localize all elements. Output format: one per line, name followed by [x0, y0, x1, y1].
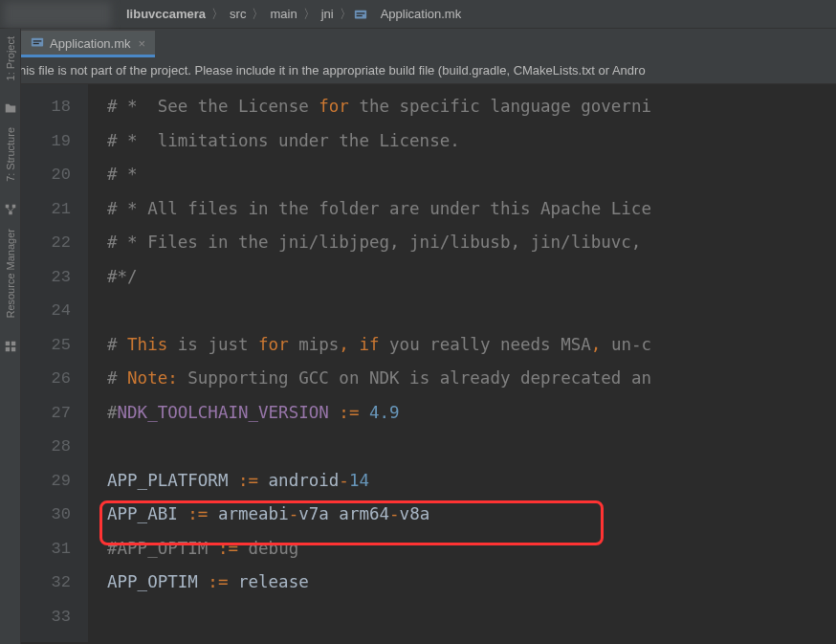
line-number: 24 [21, 294, 71, 328]
svg-rect-10 [5, 347, 9, 351]
left-tool-rail: 1: Project 7: Structure Resource Manager [0, 29, 21, 644]
svg-rect-8 [5, 342, 9, 345]
line-number: 33 [21, 600, 71, 634]
svg-line-7 [11, 209, 14, 212]
svg-rect-13 [33, 40, 42, 41]
line-number: 18 [21, 90, 71, 124]
line-number: 27 [21, 396, 71, 431]
code-editor[interactable]: # * See the License for the specific lan… [88, 84, 836, 642]
makefile-icon [31, 35, 50, 52]
blurred-project-name [4, 2, 111, 27]
makefile-icon [354, 8, 373, 21]
code-line[interactable] [107, 600, 836, 634]
notification-bar: This file is not part of the project. Pl… [0, 57, 836, 84]
line-number: 29 [21, 464, 71, 499]
code-line[interactable]: # This is just for mips, if you really n… [107, 328, 836, 363]
code-line[interactable]: APP_ABI := armeabi-v7a arm64-v8a [107, 498, 836, 532]
chevron-right-icon: 〉 [303, 6, 316, 23]
line-number: 28 [21, 430, 71, 464]
code-line[interactable]: APP_OPTIM := release [107, 566, 836, 600]
code-line[interactable] [107, 294, 836, 328]
line-number: 22 [21, 226, 71, 260]
code-line[interactable]: # * See the License for the specific lan… [107, 90, 836, 124]
line-number: 19 [21, 124, 71, 159]
tab-label: Application.mk [50, 36, 131, 51]
code-line[interactable] [107, 430, 836, 464]
svg-rect-0 [355, 10, 366, 18]
breadcrumb[interactable]: libuvccamera 〉 src 〉 main 〉 jni 〉 Applic… [122, 6, 465, 23]
structure-icon [4, 203, 17, 221]
tab-application-mk[interactable]: Application.mk × [21, 31, 155, 57]
svg-rect-4 [11, 205, 15, 209]
svg-line-6 [7, 209, 11, 212]
editor-container: 18192021222324252627282930313233 # * See… [21, 84, 836, 642]
code-line[interactable]: #NDK_TOOLCHAIN_VERSION := 4.9 [107, 396, 836, 431]
code-line[interactable]: #*/ [107, 260, 836, 295]
svg-rect-12 [32, 37, 43, 46]
line-number: 20 [21, 158, 71, 192]
code-line[interactable]: # * Files in the jni/libjpeg, jni/libusb… [107, 226, 836, 260]
close-icon[interactable]: × [139, 36, 146, 51]
line-number-gutter[interactable]: 18192021222324252627282930313233 [21, 84, 88, 642]
svg-rect-9 [11, 342, 14, 345]
code-line[interactable]: # * [107, 158, 836, 192]
breadcrumb-jni[interactable]: jni [318, 7, 338, 21]
editor-main: 18192021222324252627282930313233 # * See… [0, 84, 836, 642]
chevron-right-icon: 〉 [340, 6, 352, 23]
chevron-right-icon: 〉 [211, 6, 224, 23]
svg-rect-5 [9, 211, 12, 215]
line-number: 25 [21, 328, 71, 363]
svg-rect-11 [11, 347, 14, 351]
line-number: 30 [21, 498, 71, 532]
chevron-right-icon: 〉 [252, 6, 264, 23]
svg-rect-14 [33, 42, 39, 43]
rail-project[interactable]: 1: Project [5, 29, 16, 88]
breadcrumb-main[interactable]: main [266, 7, 300, 21]
rail-structure[interactable]: 7: Structure [5, 120, 16, 189]
line-number: 26 [21, 362, 71, 396]
resource-manager-icon [4, 340, 17, 358]
svg-rect-3 [5, 205, 9, 209]
line-number: 32 [21, 566, 71, 600]
top-bar: libuvccamera 〉 src 〉 main 〉 jni 〉 Applic… [0, 0, 836, 29]
line-number: 21 [21, 192, 71, 227]
code-line[interactable]: APP_PLATFORM := android-14 [107, 464, 836, 499]
code-line[interactable]: # * limitations under the License. [107, 124, 836, 159]
rail-resource-manager[interactable]: Resource Manager [5, 221, 16, 326]
svg-rect-1 [356, 12, 364, 13]
breadcrumb-src[interactable]: src [226, 7, 250, 21]
breadcrumb-file[interactable]: Application.mk [377, 7, 466, 21]
tab-bar: Application.mk × [0, 29, 836, 57]
folder-icon [4, 101, 17, 120]
code-line[interactable]: # * All files in the folder are under th… [107, 192, 836, 227]
svg-rect-2 [356, 14, 362, 15]
breadcrumb-project[interactable]: libuvccamera [122, 7, 209, 21]
code-line[interactable]: #APP_OPTIM := debug [107, 532, 836, 566]
line-number: 31 [21, 532, 71, 566]
line-number: 23 [21, 260, 71, 295]
code-line[interactable]: # Note: Supporting GCC on NDK is already… [107, 362, 836, 396]
